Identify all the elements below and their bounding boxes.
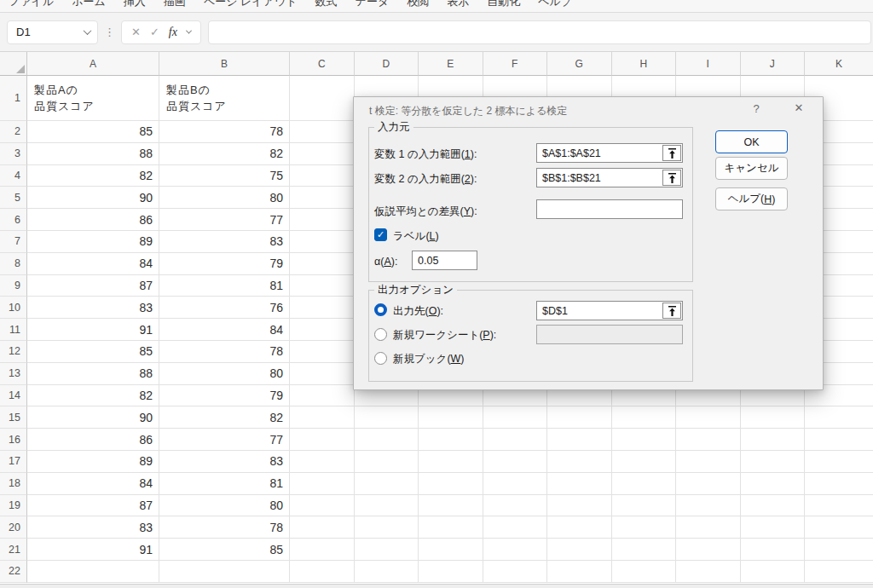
insert-function-icon[interactable]: fx [169,26,177,39]
cell-C18[interactable] [290,473,355,495]
cell-H17[interactable] [612,451,677,473]
cell-G21[interactable] [547,539,612,561]
cell-C3[interactable] [290,143,355,165]
cell-B5[interactable]: 80 [159,187,290,209]
cell-C10[interactable] [290,297,355,319]
cell-C15[interactable] [290,406,355,429]
cell-C1[interactable] [290,76,355,121]
cell-I21[interactable] [676,539,741,561]
cell-B12[interactable]: 78 [159,341,290,363]
cell-I17[interactable] [676,451,741,473]
row-header-17[interactable]: 17 [0,451,27,473]
alpha-input[interactable]: 0.05 [412,251,477,270]
cell-C11[interactable] [290,319,355,341]
cell-A19[interactable]: 87 [27,495,159,517]
cell-H20[interactable] [612,516,677,539]
cell-J19[interactable] [741,495,806,517]
cell-F15[interactable] [483,406,548,429]
column-header-E[interactable]: E [419,52,483,76]
cell-D22[interactable] [355,561,419,583]
row-header-8[interactable]: 8 [0,253,27,275]
row-header-7[interactable]: 7 [0,231,27,253]
cell-C22[interactable] [290,561,355,583]
ribbon-tab-formulas[interactable]: 数式 [315,0,338,9]
ribbon-tab-automate[interactable]: 自動化 [487,0,520,9]
cell-B10[interactable]: 76 [159,297,290,319]
cell-D18[interactable] [355,473,419,495]
cell-E15[interactable] [419,406,483,429]
cell-I19[interactable] [676,495,741,517]
row-header-3[interactable]: 3 [0,143,27,165]
cell-F21[interactable] [483,539,548,561]
cell-J22[interactable] [741,561,806,583]
column-header-I[interactable]: I [676,52,741,76]
cell-E18[interactable] [419,473,483,495]
cell-F17[interactable] [483,451,548,473]
enter-formula-icon[interactable]: ✓ [150,26,159,38]
cell-J20[interactable] [741,516,806,539]
cell-A4[interactable]: 82 [27,165,159,187]
cell-J17[interactable] [741,451,806,473]
column-header-C[interactable]: C [290,52,355,76]
cell-H16[interactable] [612,429,677,451]
cell-C17[interactable] [290,451,355,473]
cell-A7[interactable]: 89 [27,231,159,253]
cell-C6[interactable] [290,209,355,231]
formula-input[interactable] [208,20,871,44]
var1-range-input[interactable]: $A$1:$A$21 [536,143,683,163]
cell-B9[interactable]: 81 [159,275,290,297]
column-header-F[interactable]: F [483,52,548,76]
column-header-B[interactable]: B [159,52,290,76]
cell-E19[interactable] [419,495,483,517]
labels-checkbox[interactable]: ✓ [374,228,387,241]
cell-K20[interactable] [805,516,873,539]
ok-button[interactable]: OK [715,130,788,153]
cell-D17[interactable] [355,451,419,473]
cell-D16[interactable] [355,429,419,451]
row-header-5[interactable]: 5 [0,187,27,209]
cell-D21[interactable] [355,539,419,561]
cell-A9[interactable]: 87 [27,275,159,297]
new-workbook-label[interactable]: 新規ブック(W) [393,352,465,366]
row-header-10[interactable]: 10 [0,297,27,319]
cell-G19[interactable] [547,495,612,517]
row-header-18[interactable]: 18 [0,473,27,495]
cell-F18[interactable] [483,473,548,495]
cell-G22[interactable] [547,561,612,583]
row-header-9[interactable]: 9 [0,275,27,297]
cell-B20[interactable]: 78 [159,516,290,539]
var2-range-picker-button[interactable] [662,170,681,186]
cell-H22[interactable] [612,561,677,583]
new-worksheet-radio[interactable] [374,328,387,341]
cell-K15[interactable] [805,406,873,429]
cell-A14[interactable]: 82 [27,385,159,407]
column-header-H[interactable]: H [612,52,677,76]
cell-K19[interactable] [805,495,873,517]
dialog-close-icon[interactable]: ✕ [790,101,807,114]
cell-D20[interactable] [355,516,419,539]
cell-B2[interactable]: 78 [159,121,290,143]
labels-checkbox-label[interactable]: ラベル(L) [393,229,439,244]
cell-A16[interactable]: 86 [27,429,159,451]
ribbon-tab-view[interactable]: 表示 [447,0,469,9]
cell-A13[interactable]: 88 [27,363,159,385]
row-header-1[interactable]: 1 [0,76,27,121]
cell-B15[interactable]: 82 [159,406,290,429]
cell-B14[interactable]: 79 [159,385,290,407]
cancel-button[interactable]: キャンセル [715,157,788,180]
cell-A5[interactable]: 90 [27,187,159,209]
ribbon-tab-insert[interactable]: 挿入 [124,0,146,9]
ribbon-tab-data[interactable]: データ [356,0,390,9]
ribbon-tab-file[interactable]: ファイル [9,0,54,9]
row-header-16[interactable]: 16 [0,429,27,451]
column-header-D[interactable]: D [355,52,419,76]
var2-range-input[interactable]: $B$1:$B$21 [536,168,683,187]
row-header-4[interactable]: 4 [0,165,27,187]
cell-A12[interactable]: 85 [27,341,159,363]
cell-I18[interactable] [676,473,741,495]
cell-C4[interactable] [290,165,355,187]
cell-D15[interactable] [355,406,419,429]
cell-A15[interactable]: 90 [27,406,159,429]
row-header-22[interactable]: 22 [0,561,27,583]
ribbon-tab-review[interactable]: 校閲 [407,0,429,9]
